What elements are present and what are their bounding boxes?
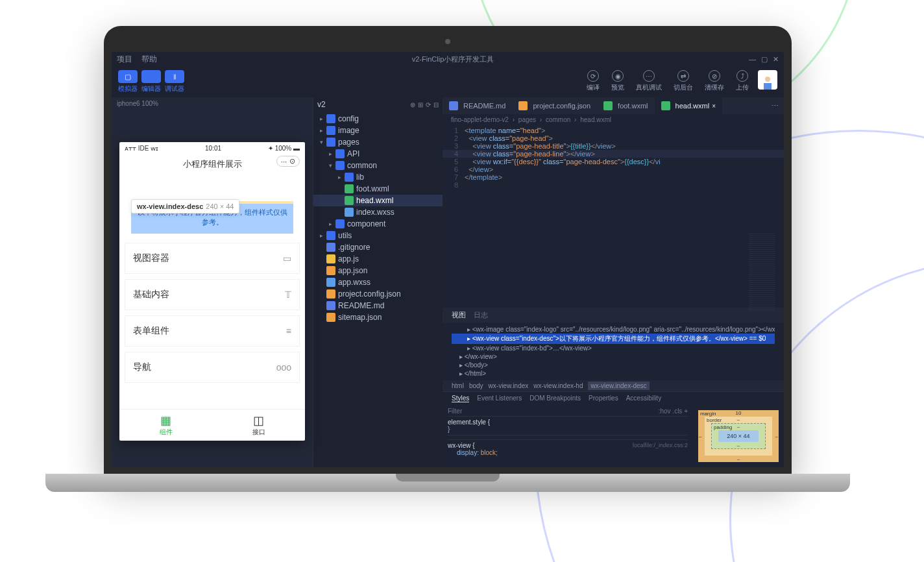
devtab-log[interactable]: 日志 xyxy=(474,310,488,320)
dom-crumb[interactable]: body xyxy=(469,382,483,389)
devtab-view[interactable]: 视图 xyxy=(452,310,466,320)
window-maximize-icon[interactable]: ▢ xyxy=(761,55,768,64)
mode-2[interactable]: ⫴调试器 xyxy=(165,70,184,93)
new-folder-icon[interactable]: ⊞ xyxy=(418,101,423,108)
code-editor[interactable]: 1<template name="head"> 2 <view class="p… xyxy=(443,125,784,308)
tree-node[interactable]: ▸utils xyxy=(313,230,443,241)
window-close-icon[interactable]: ✕ xyxy=(773,55,779,64)
dom-crumb[interactable]: wx-view.index-hd xyxy=(533,382,583,389)
menu-icon: ≡ xyxy=(286,326,291,336)
capsule-more-icon[interactable]: ··· xyxy=(281,158,287,165)
cube-icon: ◫ xyxy=(212,413,305,428)
tree-node[interactable]: .gitignore xyxy=(313,241,443,253)
js-icon xyxy=(326,254,335,263)
sim-menu-0[interactable]: 视图容器▭ xyxy=(125,243,300,274)
folder-icon xyxy=(326,231,335,240)
tool-3[interactable]: ⇄切后台 xyxy=(674,70,693,92)
tree-node[interactable]: ▸image xyxy=(313,125,443,136)
sim-menu-1[interactable]: 基础内容𝕋 xyxy=(125,279,300,310)
editor-tab[interactable]: head.wxml × xyxy=(655,97,722,114)
menu-icon: ooo xyxy=(276,362,291,373)
style-tab[interactable]: Accessibility xyxy=(626,395,661,402)
crumb[interactable]: head.wxml xyxy=(580,116,611,123)
explorer-root[interactable]: v2 xyxy=(317,100,326,109)
style-tab[interactable]: Styles xyxy=(452,395,469,402)
style-filter-actions[interactable]: :hov .cls + xyxy=(659,408,688,415)
close-icon[interactable]: × xyxy=(712,103,716,110)
tree-node[interactable]: app.js xyxy=(313,253,443,265)
dom-tree[interactable]: ▸ <wx-image class="index-logo" src="../r… xyxy=(443,323,784,380)
window-minimize-icon[interactable]: — xyxy=(749,55,756,64)
menu-icon: ▭ xyxy=(283,253,291,263)
refresh-icon[interactable]: ⟳ xyxy=(426,101,431,108)
dom-crumb[interactable]: wx-view.index xyxy=(489,382,529,389)
tree-node[interactable]: foot.wxml xyxy=(313,183,443,195)
sim-menu-2[interactable]: 表单组件≡ xyxy=(125,315,300,347)
dom-row[interactable]: ▸ </body> xyxy=(452,361,775,369)
style-tabs: StylesEvent ListenersDOM BreakpointsProp… xyxy=(443,391,784,405)
crumb[interactable]: common xyxy=(546,116,570,123)
style-tab[interactable]: Event Listeners xyxy=(477,395,522,402)
tree-node[interactable]: README.md xyxy=(313,300,443,312)
user-avatar[interactable] xyxy=(758,70,777,90)
laptop-frame: 项目 帮助 v2-FinClip小程序开发工具 — ▢ ✕ ▢模拟器编辑器⫴调试… xyxy=(104,26,792,492)
tool-5[interactable]: ⤴上传 xyxy=(736,70,749,92)
tool-2[interactable]: ⋯真机调试 xyxy=(636,70,662,92)
tree-node[interactable]: ▸lib xyxy=(313,171,443,183)
tab-components[interactable]: ▦组件 xyxy=(119,409,212,441)
tree-node[interactable]: project.config.json xyxy=(313,288,443,300)
style-rules[interactable]: Filter :hov .cls + element.style {}</spa… xyxy=(443,405,693,467)
menu-project[interactable]: 项目 xyxy=(117,54,132,65)
tabs-more-icon[interactable]: ⋯ xyxy=(766,102,784,110)
box-model-content: 240 × 44 xyxy=(718,430,759,442)
mode-0[interactable]: ▢模拟器 xyxy=(118,70,138,93)
tab-api[interactable]: ◫接口 xyxy=(212,409,305,441)
crumb[interactable]: fino-applet-demo-v2 xyxy=(451,116,509,123)
tree-node[interactable]: head.wxml xyxy=(313,195,443,206)
tree-node[interactable]: index.wxss xyxy=(313,206,443,218)
status-battery: ✦ 100% ▬ xyxy=(268,145,300,152)
new-file-icon[interactable]: ⊕ xyxy=(410,101,415,108)
dom-row[interactable]: ▸ <wx-view class="index-bd">…</wx-view> xyxy=(452,344,775,352)
sim-menu-3[interactable]: 导航ooo xyxy=(125,352,300,383)
tree-node[interactable]: app.wxss xyxy=(313,276,443,288)
style-tab[interactable]: Properties xyxy=(589,395,618,402)
editor-tab[interactable]: README.md xyxy=(443,97,512,114)
dom-row[interactable]: ▸ <wx-image class="index-logo" src="../r… xyxy=(452,325,775,334)
dom-row[interactable]: ▸ </wx-view> xyxy=(452,352,775,361)
dom-row[interactable]: ▸ </html> xyxy=(452,369,775,378)
simulator-device-label[interactable]: iphone6 100% xyxy=(112,97,313,110)
tree-node[interactable]: ▸config xyxy=(313,113,443,125)
tree-node[interactable]: ▸component xyxy=(313,218,443,230)
collapse-icon[interactable]: ⊟ xyxy=(433,101,439,108)
window-title: v2-FinClip小程序开发工具 xyxy=(166,55,740,64)
capsule-close-icon[interactable]: ⊙ xyxy=(289,157,295,165)
editor-panel: README.mdproject.config.jsonfoot.wxmlhea… xyxy=(443,97,784,467)
wxss-icon xyxy=(326,278,335,287)
inspector-tooltip: wx-view.index-desc240 × 44 xyxy=(131,199,239,214)
tool-0[interactable]: ⟳编译 xyxy=(587,70,600,92)
capsule-button[interactable]: ··· ⊙ xyxy=(276,156,300,167)
dom-crumb[interactable]: html xyxy=(452,382,464,389)
crumb[interactable]: pages xyxy=(518,116,536,123)
tool-4[interactable]: ⊘清缓存 xyxy=(705,70,724,92)
tool-1[interactable]: ◉预览 xyxy=(611,70,624,92)
style-filter[interactable]: Filter xyxy=(448,408,462,415)
mode-1[interactable]: 编辑器 xyxy=(141,70,161,93)
dom-crumb[interactable]: wx-view.index-desc xyxy=(588,382,649,390)
dom-row[interactable]: ▸ <wx-view class="index-desc">以下将展示小程序官方… xyxy=(452,334,775,344)
minimap[interactable] xyxy=(749,234,775,312)
tree-node[interactable]: app.json xyxy=(313,265,443,276)
wxml-icon xyxy=(345,196,354,205)
editor-tab[interactable]: foot.wxml xyxy=(597,97,654,114)
tree-node[interactable]: ▾common xyxy=(313,160,443,171)
wxml-icon xyxy=(603,101,613,110)
menu-help[interactable]: 帮助 xyxy=(141,54,157,65)
editor-tabs: README.mdproject.config.jsonfoot.wxmlhea… xyxy=(443,97,784,114)
tree-node[interactable]: ▾pages xyxy=(313,136,443,148)
tree-node[interactable]: sitemap.json xyxy=(313,312,443,323)
status-signal: ᴀᴛᴛ IDE ᴡɪ xyxy=(125,145,158,152)
editor-tab[interactable]: project.config.json xyxy=(512,97,597,114)
style-tab[interactable]: DOM Breakpoints xyxy=(529,395,581,402)
tree-node[interactable]: ▸API xyxy=(313,148,443,160)
